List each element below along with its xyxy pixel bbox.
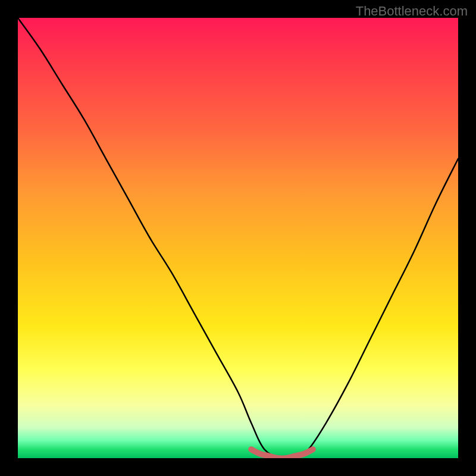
chart-plot-area — [18, 18, 458, 458]
bottleneck-curve — [18, 18, 458, 458]
watermark-text: TheBottleneck.com — [356, 4, 468, 19]
valley-marker — [251, 449, 313, 458]
chart-svg — [18, 18, 458, 458]
